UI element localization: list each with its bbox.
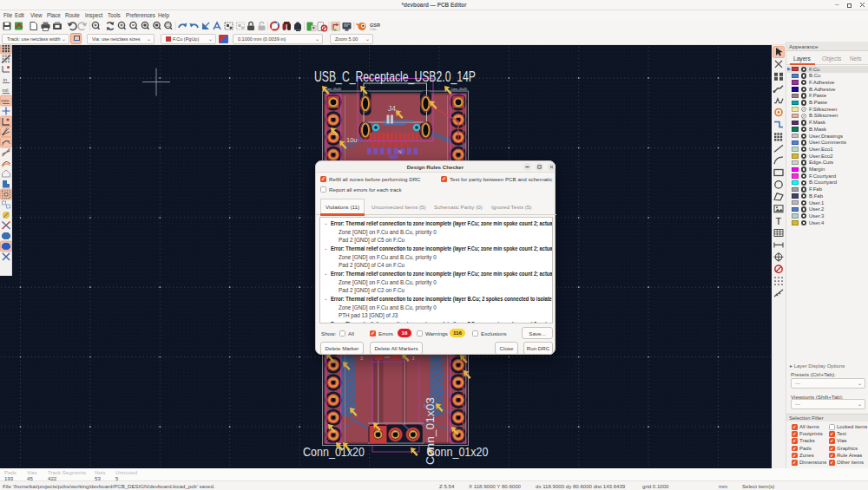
svg-text:mil: mil xyxy=(3,88,9,93)
svg-text:Orbs: Orbs xyxy=(370,28,377,31)
svg-text:3: 3 xyxy=(412,356,415,361)
svg-text:J4: J4 xyxy=(388,104,396,113)
svg-text:GSR: GSR xyxy=(370,23,380,28)
svg-text:mm: mm xyxy=(2,98,10,103)
svg-text:Conn_01x20: Conn_01x20 xyxy=(303,445,365,459)
svg-text:in: in xyxy=(3,77,8,82)
svg-text:Conn_01x20: Conn_01x20 xyxy=(325,87,342,91)
svg-text:3: 3 xyxy=(360,356,363,361)
svg-text:10u: 10u xyxy=(346,136,358,144)
svg-text:Conn_01x03: Conn_01x03 xyxy=(424,397,437,465)
svg-text:Conn_01x20: Conn_01x20 xyxy=(450,87,468,91)
svg-text:USB_C_Receptacle_USB2.0_14P: USB_C_Receptacle_USB2.0_14P xyxy=(314,69,476,85)
svg-text:N: N xyxy=(398,149,402,154)
svg-text:T: T xyxy=(776,216,782,226)
